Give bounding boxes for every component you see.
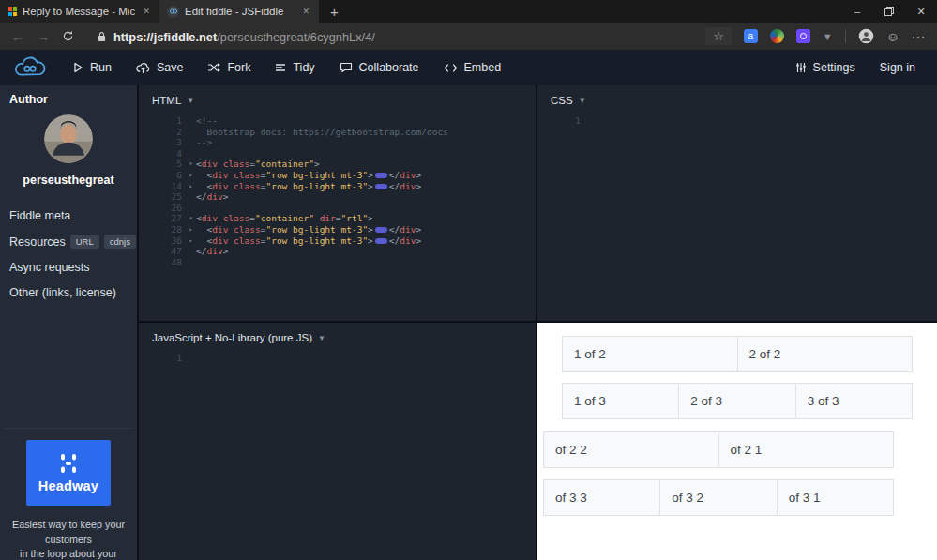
translate-extension-icon[interactable]: a: [744, 29, 758, 43]
code-line[interactable]: 6▸ <div class="row bg-light mt-3"></div>: [139, 170, 536, 181]
code-line[interactable]: 47</div>: [139, 246, 536, 257]
code-line[interactable]: 1: [139, 353, 536, 364]
purple-extension-icon[interactable]: [796, 29, 810, 43]
html-panel: HTML ▼ 1<!--2 Bootstrap docs: https://ge…: [139, 85, 536, 321]
fold-toggle-icon[interactable]: [186, 148, 196, 159]
settings-button[interactable]: Settings: [783, 50, 868, 85]
sidebar-item-fiddle[interactable]: Fiddle meta: [9, 209, 128, 222]
js-editor[interactable]: 1: [139, 349, 536, 364]
toolbar-fork-button[interactable]: Fork: [195, 50, 263, 85]
ad-tagline[interactable]: Easiest way to keep your customers in th…: [4, 518, 133, 560]
js-panel-header[interactable]: JavaScript + No-Library (pure JS) ▼: [139, 323, 536, 349]
reload-icon[interactable]: [62, 30, 74, 42]
restore-button[interactable]: [873, 0, 905, 23]
fold-toggle-icon[interactable]: ▸: [186, 224, 196, 235]
line-number: 48: [139, 257, 186, 268]
code-line[interactable]: 4: [139, 148, 536, 159]
toolbar-embed-button[interactable]: Embed: [431, 50, 514, 85]
author-avatar[interactable]: [44, 114, 93, 163]
tab-close-icon[interactable]: ✕: [141, 7, 152, 16]
fold-toggle-icon[interactable]: [186, 137, 196, 148]
sign-in-button[interactable]: Sign in: [868, 50, 928, 85]
sidebar-item-other[interactable]: Other (links, license): [9, 286, 128, 299]
back-icon[interactable]: ←: [11, 29, 24, 44]
fold-toggle-icon[interactable]: ▸: [186, 181, 196, 192]
fold-toggle-icon[interactable]: [186, 257, 196, 268]
line-number: 28: [139, 224, 186, 235]
code-line[interactable]: 28▸ <div class="row bg-light mt-3"></div…: [139, 224, 536, 235]
code-line[interactable]: 36▸ <div class="row bg-light mt-3"></div…: [139, 235, 536, 247]
browser-tab-teams[interactable]: Reply to Message - Microsoft Te ✕: [0, 0, 159, 23]
profile-avatar-icon[interactable]: [858, 28, 874, 44]
code-line[interactable]: 14▸ <div class="row bg-light mt-3"></div…: [139, 181, 536, 192]
close-window-button[interactable]: ✕: [905, 0, 937, 23]
code-line[interactable]: 2 Bootstrap docs: https://getbootstrap.c…: [139, 127, 536, 138]
v-extension-icon[interactable]: ▼: [823, 31, 833, 42]
bootstrap-row: 1 of 22 of 2: [562, 336, 913, 372]
jsfiddle-logo[interactable]: [13, 56, 47, 79]
divider: [845, 29, 846, 43]
tab-title: Reply to Message - Microsoft Te: [23, 6, 135, 17]
minimize-button[interactable]: –: [841, 0, 873, 23]
line-number: 26: [139, 203, 186, 214]
css-panel-header[interactable]: CSS ▼: [537, 85, 937, 112]
url-field[interactable]: https://jsfiddle.net/perseusthegreat/6cy…: [86, 27, 732, 45]
folded-code-marker[interactable]: [375, 227, 387, 233]
new-tab-button[interactable]: +: [319, 0, 350, 23]
code-line[interactable]: 48: [139, 257, 536, 268]
resource-badge[interactable]: cdnjs: [104, 235, 136, 249]
code-line[interactable]: 27▾<div class="container" dir="rtl">: [139, 213, 536, 224]
sidebar-item-async[interactable]: Async requests: [9, 261, 128, 274]
code-line[interactable]: 25</div>: [139, 191, 536, 203]
browser-tab-jsfiddle[interactable]: Edit fiddle - JSFiddle ✕: [159, 0, 319, 23]
code-line[interactable]: 5▾<div class="container">: [139, 159, 536, 170]
tab-close-icon[interactable]: ✕: [300, 7, 311, 16]
resource-badge[interactable]: URL: [70, 235, 99, 249]
fold-toggle-icon[interactable]: [186, 203, 196, 214]
sidebar-item-resources[interactable]: ResourcesURLcdnjs1: [9, 235, 128, 249]
url-host: https://jsfiddle.net: [113, 30, 217, 44]
toolbar-save-button[interactable]: Save: [124, 50, 196, 85]
html-panel-header[interactable]: HTML ▼: [139, 85, 536, 112]
fold-toggle-icon[interactable]: [186, 191, 196, 203]
code-line[interactable]: 3-->: [139, 137, 536, 148]
fold-toggle-icon[interactable]: [584, 115, 595, 127]
folded-code-marker[interactable]: [375, 184, 387, 189]
grid-cell: of 2 1: [718, 431, 895, 468]
browser-menu-icon[interactable]: ···: [912, 30, 926, 43]
headway-ad-box[interactable]: Headway: [26, 440, 111, 506]
jsfiddle-favicon: [167, 6, 179, 18]
toolbar-run-button[interactable]: Run: [60, 50, 124, 85]
folded-code-marker[interactable]: [375, 238, 387, 244]
author-username[interactable]: perseusthegreat: [9, 174, 128, 187]
toolbar-tidy-button[interactable]: Tidy: [263, 50, 326, 85]
fold-toggle-icon[interactable]: ▸: [186, 170, 196, 181]
code-line[interactable]: 1: [537, 115, 937, 127]
code-line[interactable]: 26: [139, 203, 536, 214]
line-number: 6: [139, 170, 186, 181]
fold-toggle-icon[interactable]: [186, 246, 196, 257]
tidy-icon: [275, 62, 286, 73]
headway-brand: Headway: [38, 478, 98, 493]
code-line[interactable]: 1<!--: [139, 115, 536, 127]
fold-toggle-icon[interactable]: ▾: [186, 213, 196, 224]
fold-toggle-icon[interactable]: [186, 115, 196, 127]
embed-icon: [444, 63, 458, 73]
toolbar-collaborate-button[interactable]: Collaborate: [327, 50, 431, 85]
forward-icon[interactable]: →: [37, 29, 50, 44]
favorite-star-icon[interactable]: ☆: [705, 27, 732, 45]
html-editor[interactable]: 1<!--2 Bootstrap docs: https://getbootst…: [139, 112, 536, 267]
fold-toggle-icon[interactable]: [186, 127, 196, 138]
feedback-smiley-icon[interactable]: ☺: [886, 29, 899, 44]
download-manager-extension-icon[interactable]: [770, 29, 784, 43]
css-editor[interactable]: 1: [537, 112, 937, 127]
line-number: 47: [139, 246, 186, 257]
bootstrap-row: of 3 3of 3 2of 3 1: [543, 479, 894, 516]
fold-toggle-icon[interactable]: ▾: [186, 159, 196, 170]
folded-code-marker[interactable]: [375, 173, 387, 178]
headway-logo: [57, 453, 80, 474]
fold-toggle-icon[interactable]: ▸: [186, 235, 196, 247]
microsoft-logo: [8, 7, 17, 16]
fold-toggle-icon[interactable]: [186, 353, 196, 364]
line-number: 27: [139, 213, 186, 224]
